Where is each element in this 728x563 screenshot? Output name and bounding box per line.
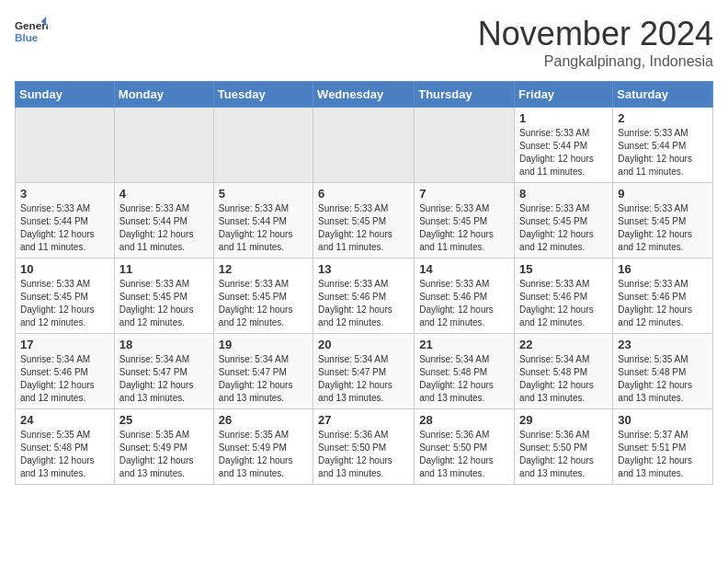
calendar-cell: 8Sunrise: 5:33 AMSunset: 5:45 PMDaylight…	[515, 183, 613, 259]
day-info: Sunrise: 5:34 AMSunset: 5:48 PMDaylight:…	[519, 353, 608, 405]
day-info: Sunrise: 5:33 AMSunset: 5:45 PMDaylight:…	[519, 202, 608, 254]
day-info: Sunrise: 5:33 AMSunset: 5:44 PMDaylight:…	[20, 202, 109, 254]
calendar-cell: 1Sunrise: 5:33 AMSunset: 5:44 PMDaylight…	[515, 108, 613, 183]
day-info: Sunrise: 5:33 AMSunset: 5:46 PMDaylight:…	[318, 278, 409, 329]
day-info: Sunrise: 5:35 AMSunset: 5:49 PMDaylight:…	[119, 429, 209, 480]
day-number: 27	[318, 413, 409, 427]
calendar-cell: 22Sunrise: 5:34 AMSunset: 5:48 PMDayligh…	[515, 334, 613, 409]
day-number: 22	[519, 338, 608, 351]
day-number: 14	[419, 262, 509, 276]
day-number: 21	[419, 338, 509, 351]
weekday-header: Friday	[515, 82, 613, 108]
day-info: Sunrise: 5:33 AMSunset: 5:46 PMDaylight:…	[519, 278, 608, 329]
day-info: Sunrise: 5:36 AMSunset: 5:50 PMDaylight:…	[519, 429, 608, 480]
day-info: Sunrise: 5:35 AMSunset: 5:49 PMDaylight:…	[219, 429, 308, 480]
day-number: 28	[419, 413, 509, 427]
calendar-cell: 10Sunrise: 5:33 AMSunset: 5:45 PMDayligh…	[16, 259, 115, 334]
day-number: 1	[519, 111, 608, 125]
calendar-week-row: 10Sunrise: 5:33 AMSunset: 5:45 PMDayligh…	[16, 259, 713, 334]
calendar-week-row: 3Sunrise: 5:33 AMSunset: 5:44 PMDaylight…	[16, 183, 713, 259]
calendar-cell: 3Sunrise: 5:33 AMSunset: 5:44 PMDaylight…	[16, 183, 115, 259]
day-info: Sunrise: 5:33 AMSunset: 5:45 PMDaylight:…	[419, 202, 509, 254]
calendar-cell: 4Sunrise: 5:33 AMSunset: 5:44 PMDaylight…	[114, 183, 213, 259]
calendar-week-row: 17Sunrise: 5:34 AMSunset: 5:46 PMDayligh…	[16, 334, 713, 409]
month-title: November 2024	[478, 15, 713, 53]
calendar-cell: 11Sunrise: 5:33 AMSunset: 5:45 PMDayligh…	[114, 259, 213, 334]
day-info: Sunrise: 5:33 AMSunset: 5:45 PMDaylight:…	[318, 202, 409, 254]
weekday-header: Thursday	[415, 82, 515, 108]
location-title: Pangkalpinang, Indonesia	[478, 53, 713, 70]
calendar-table: SundayMondayTuesdayWednesdayThursdayFrid…	[15, 81, 713, 485]
day-number: 24	[20, 413, 109, 427]
day-info: Sunrise: 5:33 AMSunset: 5:44 PMDaylight:…	[219, 202, 308, 254]
day-info: Sunrise: 5:33 AMSunset: 5:46 PMDaylight:…	[618, 278, 708, 329]
day-number: 11	[119, 262, 209, 276]
logo: General Blue	[15, 15, 48, 48]
calendar-cell: 15Sunrise: 5:33 AMSunset: 5:46 PMDayligh…	[515, 259, 613, 334]
day-info: Sunrise: 5:35 AMSunset: 5:48 PMDaylight:…	[618, 353, 708, 405]
calendar-cell: 28Sunrise: 5:36 AMSunset: 5:50 PMDayligh…	[415, 409, 515, 485]
day-number: 20	[318, 338, 409, 351]
day-number: 4	[119, 187, 209, 201]
day-info: Sunrise: 5:33 AMSunset: 5:44 PMDaylight:…	[618, 127, 708, 178]
calendar-cell: 6Sunrise: 5:33 AMSunset: 5:45 PMDaylight…	[313, 183, 415, 259]
calendar-cell: 29Sunrise: 5:36 AMSunset: 5:50 PMDayligh…	[515, 409, 613, 485]
day-info: Sunrise: 5:34 AMSunset: 5:47 PMDaylight:…	[318, 353, 409, 405]
calendar-cell	[313, 108, 415, 183]
day-number: 16	[618, 262, 708, 276]
calendar-week-row: 1Sunrise: 5:33 AMSunset: 5:44 PMDaylight…	[16, 108, 713, 183]
day-info: Sunrise: 5:34 AMSunset: 5:48 PMDaylight:…	[419, 353, 509, 405]
day-info: Sunrise: 5:33 AMSunset: 5:44 PMDaylight:…	[119, 202, 209, 254]
day-number: 26	[219, 413, 308, 427]
calendar-cell	[16, 108, 115, 183]
weekday-header: Monday	[114, 82, 213, 108]
day-info: Sunrise: 5:36 AMSunset: 5:50 PMDaylight:…	[318, 429, 409, 480]
day-info: Sunrise: 5:36 AMSunset: 5:50 PMDaylight:…	[419, 429, 509, 480]
calendar-cell: 24Sunrise: 5:35 AMSunset: 5:48 PMDayligh…	[16, 409, 115, 485]
day-number: 29	[519, 413, 608, 427]
calendar-cell: 2Sunrise: 5:33 AMSunset: 5:44 PMDaylight…	[613, 108, 713, 183]
calendar-cell	[114, 108, 213, 183]
day-number: 19	[219, 338, 308, 351]
title-area: November 2024 Pangkalpinang, Indonesia	[478, 15, 713, 70]
day-info: Sunrise: 5:33 AMSunset: 5:45 PMDaylight:…	[20, 278, 109, 329]
calendar-cell: 14Sunrise: 5:33 AMSunset: 5:46 PMDayligh…	[415, 259, 515, 334]
day-number: 18	[119, 338, 209, 351]
calendar-cell: 23Sunrise: 5:35 AMSunset: 5:48 PMDayligh…	[613, 334, 713, 409]
svg-text:Blue: Blue	[15, 31, 39, 43]
day-info: Sunrise: 5:33 AMSunset: 5:44 PMDaylight:…	[519, 127, 608, 178]
day-number: 9	[618, 187, 708, 201]
day-info: Sunrise: 5:35 AMSunset: 5:48 PMDaylight:…	[20, 429, 109, 480]
calendar-cell: 26Sunrise: 5:35 AMSunset: 5:49 PMDayligh…	[213, 409, 313, 485]
calendar-header-row: SundayMondayTuesdayWednesdayThursdayFrid…	[16, 82, 713, 108]
day-number: 5	[219, 187, 308, 201]
weekday-header: Tuesday	[213, 82, 313, 108]
day-info: Sunrise: 5:33 AMSunset: 5:45 PMDaylight:…	[219, 278, 308, 329]
calendar-cell	[213, 108, 313, 183]
calendar-cell: 16Sunrise: 5:33 AMSunset: 5:46 PMDayligh…	[613, 259, 713, 334]
day-number: 30	[618, 413, 708, 427]
page-header: General Blue November 2024 Pangkalpinang…	[15, 15, 713, 70]
weekday-header: Wednesday	[313, 82, 415, 108]
calendar-cell: 7Sunrise: 5:33 AMSunset: 5:45 PMDaylight…	[415, 183, 515, 259]
calendar-cell: 13Sunrise: 5:33 AMSunset: 5:46 PMDayligh…	[313, 259, 415, 334]
weekday-header: Sunday	[16, 82, 115, 108]
calendar-cell: 9Sunrise: 5:33 AMSunset: 5:45 PMDaylight…	[613, 183, 713, 259]
logo-icon: General Blue	[15, 15, 48, 48]
day-number: 7	[419, 187, 509, 201]
day-number: 8	[519, 187, 608, 201]
day-number: 25	[119, 413, 209, 427]
calendar-cell: 30Sunrise: 5:37 AMSunset: 5:51 PMDayligh…	[613, 409, 713, 485]
day-number: 23	[618, 338, 708, 351]
day-number: 13	[318, 262, 409, 276]
day-number: 3	[20, 187, 109, 201]
calendar-cell: 19Sunrise: 5:34 AMSunset: 5:47 PMDayligh…	[213, 334, 313, 409]
calendar-cell: 5Sunrise: 5:33 AMSunset: 5:44 PMDaylight…	[213, 183, 313, 259]
day-number: 12	[219, 262, 308, 276]
weekday-header: Saturday	[613, 82, 713, 108]
day-info: Sunrise: 5:34 AMSunset: 5:46 PMDaylight:…	[20, 353, 109, 405]
calendar-cell	[415, 108, 515, 183]
calendar-cell: 18Sunrise: 5:34 AMSunset: 5:47 PMDayligh…	[114, 334, 213, 409]
calendar-cell: 20Sunrise: 5:34 AMSunset: 5:47 PMDayligh…	[313, 334, 415, 409]
day-info: Sunrise: 5:33 AMSunset: 5:45 PMDaylight:…	[119, 278, 209, 329]
